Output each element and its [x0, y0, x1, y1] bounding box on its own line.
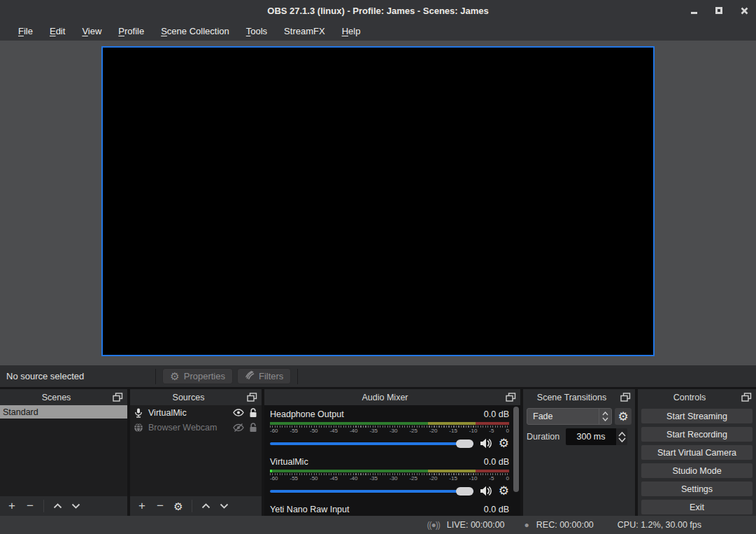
mixer-settings-gear-icon[interactable]: ⚙	[499, 437, 509, 449]
menu-edit[interactable]: Edit	[41, 24, 73, 38]
source-down-button[interactable]	[216, 498, 231, 514]
gear-icon: ⚙	[170, 370, 179, 382]
menu-bar: File Edit View Profile Scene Collection …	[0, 21, 756, 41]
toolbar-separator	[43, 500, 44, 512]
transition-selected-value: Fade	[527, 412, 599, 421]
mixer-db-value: 0.0 dB	[484, 409, 509, 419]
duration-spinner[interactable]	[616, 428, 627, 445]
speaker-icon[interactable]	[480, 438, 492, 449]
volume-slider[interactable]	[270, 490, 473, 493]
volume-slider-handle[interactable]	[456, 487, 473, 496]
meter-scale: -60-55-50-45-40-35-30-25-20-15-10-50	[270, 475, 509, 482]
filters-button[interactable]: Filters	[237, 368, 291, 384]
minimize-button[interactable]	[689, 6, 699, 15]
menu-scene-collection[interactable]: Scene Collection	[152, 24, 238, 38]
popout-icon[interactable]	[113, 393, 123, 402]
controls-title: Controls	[638, 393, 741, 402]
start-streaming-button[interactable]: Start Streaming	[641, 408, 753, 424]
volume-meter	[270, 422, 509, 425]
preview-area	[0, 41, 756, 365]
live-time: LIVE: 00:00:00	[447, 520, 505, 530]
scene-transitions-panel: Scene Transitions Fade ⚙	[523, 389, 635, 516]
controls-panel: Controls Start Streaming Start Recording…	[638, 389, 756, 516]
speaker-icon[interactable]	[480, 486, 492, 496]
scenes-panel: Scenes Standard + −	[0, 389, 127, 516]
source-properties-button[interactable]: ⚙	[171, 498, 186, 514]
add-source-button[interactable]: +	[134, 498, 150, 514]
volume-slider[interactable]	[270, 442, 473, 445]
scene-transitions-body: Fade ⚙ Duration 300 ms	[523, 405, 635, 516]
menu-help[interactable]: Help	[334, 24, 369, 38]
properties-button[interactable]: ⚙ Properties	[162, 368, 233, 384]
chevron-down-icon	[71, 503, 80, 509]
remove-source-button[interactable]: −	[152, 498, 168, 514]
close-button[interactable]	[739, 6, 749, 15]
chevron-down-icon	[220, 503, 229, 509]
mixer-virtualmic: VirtualMic 0.0 dB -60-55-50-45-40-35-30-…	[270, 456, 509, 497]
popout-icon[interactable]	[620, 393, 631, 402]
studio-mode-button[interactable]: Studio Mode	[641, 463, 753, 479]
source-label: Browser Webcam	[148, 423, 228, 433]
scene-transitions-header: Scene Transitions	[523, 389, 635, 405]
transition-select[interactable]: Fade	[527, 408, 612, 425]
mixer-db-value: 0.0 dB	[484, 457, 509, 467]
toolbar-separator	[155, 369, 156, 384]
close-icon	[741, 7, 748, 15]
microphone-icon	[134, 408, 143, 418]
minimize-icon	[691, 12, 697, 14]
start-virtual-camera-button[interactable]: Start Virtual Camera	[641, 444, 753, 461]
settings-button[interactable]: Settings	[641, 481, 753, 497]
mixer-db-value: 0.0 dB	[484, 505, 509, 514]
menu-file[interactable]: File	[10, 24, 41, 38]
menu-view[interactable]: View	[73, 24, 110, 38]
duration-input[interactable]: 300 ms	[566, 428, 616, 445]
exit-button[interactable]: Exit	[641, 499, 753, 515]
scenes-header: Scenes	[0, 389, 127, 405]
toolbar-separator	[192, 500, 192, 512]
source-row-browser-webcam[interactable]: Browser Webcam	[130, 420, 262, 435]
remove-scene-button[interactable]: −	[22, 498, 38, 514]
add-scene-button[interactable]: +	[4, 498, 20, 514]
popout-icon[interactable]	[741, 393, 752, 402]
transition-properties-button[interactable]: ⚙	[615, 408, 632, 425]
maximize-button[interactable]	[714, 6, 724, 15]
maximize-icon	[715, 7, 722, 14]
audio-mixer-header: Audio Mixer	[264, 389, 520, 405]
rec-time: REC: 00:00:00	[536, 520, 594, 530]
lock-icon[interactable]	[249, 408, 257, 418]
start-recording-button[interactable]: Start Recording	[641, 426, 753, 442]
source-toolbar: No source selected ⚙ Properties Filters	[0, 365, 756, 387]
window-title: OBS 27.1.3 (linux) - Profile: James - Sc…	[267, 6, 488, 16]
menu-profile[interactable]: Profile	[110, 24, 152, 38]
preview-canvas[interactable]	[101, 46, 655, 356]
scene-down-button[interactable]	[68, 498, 83, 514]
transition-select-spinner[interactable]	[599, 409, 611, 424]
popout-icon[interactable]	[247, 393, 257, 402]
scene-item-standard[interactable]: Standard	[0, 405, 127, 419]
volume-meter	[270, 470, 509, 472]
controls-header: Controls	[638, 389, 756, 405]
scene-up-button[interactable]	[50, 498, 65, 514]
mixer-name: Yeti Nano Raw Input	[270, 505, 350, 514]
dock-area: Scenes Standard + − Sources	[0, 387, 756, 516]
meter-scale: -60-55-50-45-40-35-30-25-20-15-10-50	[270, 428, 509, 435]
controls-body: Start Streaming Start Recording Start Vi…	[638, 405, 756, 516]
meter-level	[270, 470, 272, 472]
sources-list: VirtualMic	[130, 405, 262, 496]
no-source-selected-label: No source selected	[6, 371, 84, 381]
visibility-eye-icon[interactable]	[233, 409, 244, 416]
mixer-settings-gear-icon[interactable]: ⚙	[499, 485, 509, 497]
cpu-fps-stats: CPU: 1.2%, 30.00 fps	[618, 520, 701, 530]
source-up-button[interactable]	[198, 498, 213, 514]
menu-streamfx[interactable]: StreamFX	[276, 24, 334, 38]
volume-slider-handle[interactable]	[456, 440, 473, 448]
sources-header: Sources	[130, 389, 262, 405]
mixer-scrollbar[interactable]	[513, 407, 519, 492]
menu-tools[interactable]: Tools	[238, 24, 276, 38]
lock-icon[interactable]	[249, 423, 257, 433]
visibility-eye-slash-icon[interactable]	[233, 423, 244, 432]
chevron-up-icon	[618, 432, 626, 437]
popout-icon[interactable]	[506, 393, 516, 402]
source-row-virtualmic[interactable]: VirtualMic	[130, 405, 262, 420]
status-bar: ((●)) LIVE: 00:00:00 ● REC: 00:00:00 CPU…	[0, 516, 756, 534]
